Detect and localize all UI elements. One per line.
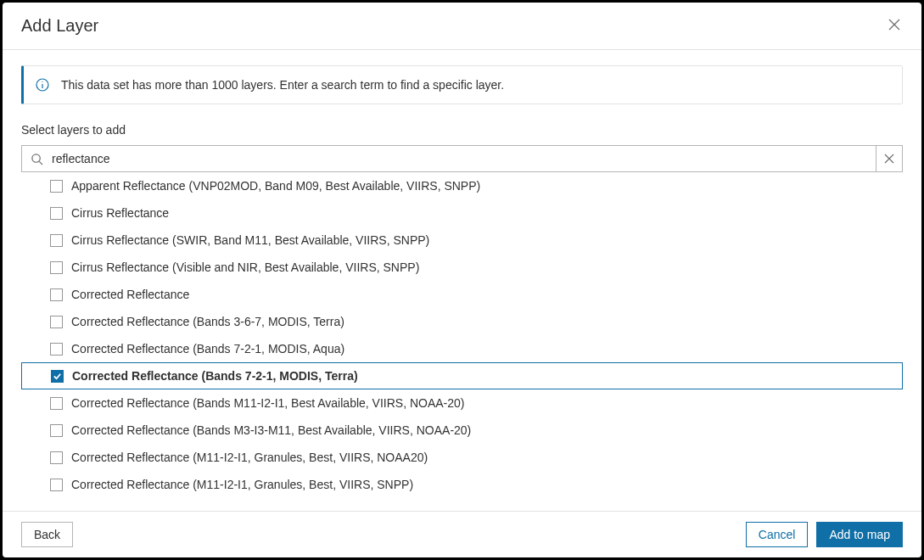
layer-checkbox[interactable]	[51, 370, 64, 383]
clear-search-button[interactable]	[876, 145, 903, 172]
svg-point-3	[32, 154, 40, 161]
layer-label: Corrected Reflectance (M11-I2-I1, Granul…	[71, 451, 428, 464]
back-button[interactable]: Back	[21, 522, 73, 547]
layer-checkbox[interactable]	[50, 316, 63, 328]
info-banner: This data set has more than 1000 layers.…	[21, 65, 903, 104]
layer-label: Corrected Reflectance (M11-I2-I1, Granul…	[71, 478, 413, 491]
layer-label: Cirrus Reflectance (Visible and NIR, Bes…	[71, 260, 419, 274]
layer-row[interactable]: Corrected Reflectance (Bands 7-2-1, MODI…	[21, 335, 903, 362]
layer-checkbox[interactable]	[50, 288, 63, 301]
layer-label: Corrected Reflectance (Bands M3-I3-M11, …	[71, 423, 471, 437]
select-layers-label: Select layers to add	[21, 123, 903, 137]
layer-checkbox[interactable]	[50, 343, 63, 356]
info-icon	[36, 78, 49, 92]
layer-row[interactable]: Apparent Reflectance (VNP02MOD, Band M09…	[21, 172, 903, 199]
clear-icon	[884, 154, 894, 164]
layer-label: Corrected Reflectance (Bands 7-2-1, MODI…	[72, 369, 358, 383]
layer-checkbox[interactable]	[50, 207, 63, 220]
layer-label: Cirrus Reflectance	[71, 206, 169, 220]
dialog-body: This data set has more than 1000 layers.…	[3, 50, 921, 511]
footer-right: Cancel Add to map	[746, 522, 903, 547]
dialog-footer: Back Cancel Add to map	[3, 511, 921, 557]
layer-checkbox[interactable]	[50, 424, 63, 437]
svg-point-2	[42, 81, 42, 82]
layer-label: Corrected Reflectance (Bands M11-I2-I1, …	[71, 396, 465, 410]
search-input[interactable]	[52, 152, 867, 165]
layer-row[interactable]: Corrected Reflectance (Bands 3-6-7, MODI…	[21, 308, 903, 335]
search-row	[21, 145, 903, 172]
search-icon	[31, 153, 43, 165]
layer-label: Corrected Reflectance (Bands 7-2-1, MODI…	[71, 342, 344, 356]
layer-row[interactable]: Corrected Reflectance (M11-I2-I1, Granul…	[21, 444, 903, 471]
dialog-header: Add Layer	[3, 3, 921, 50]
cancel-button[interactable]: Cancel	[746, 522, 809, 547]
layer-row[interactable]: Corrected Reflectance (Bands M11-I2-I1, …	[21, 389, 903, 417]
layer-label: Corrected Reflectance	[71, 288, 189, 301]
layer-checkbox[interactable]	[50, 234, 63, 247]
layer-row[interactable]: Corrected Reflectance (Bands 7-2-1, MODI…	[21, 362, 903, 389]
layer-checkbox[interactable]	[50, 479, 63, 491]
dialog-title: Add Layer	[21, 16, 98, 36]
layer-row[interactable]: Cirrus Reflectance (Visible and NIR, Bes…	[21, 254, 903, 281]
search-box[interactable]	[21, 145, 876, 172]
layer-row[interactable]: Corrected Reflectance (Bands M3-I3-M11, …	[21, 417, 903, 444]
layer-checkbox[interactable]	[50, 180, 63, 193]
add-to-map-button[interactable]: Add to map	[816, 522, 903, 547]
layer-row[interactable]: Cirrus Reflectance (SWIR, Band M11, Best…	[21, 227, 903, 254]
layer-checkbox[interactable]	[50, 451, 63, 464]
close-button[interactable]	[884, 14, 904, 37]
layer-label: Cirrus Reflectance (SWIR, Band M11, Best…	[71, 233, 429, 247]
layer-checkbox[interactable]	[50, 397, 63, 410]
info-text: This data set has more than 1000 layers.…	[61, 78, 504, 92]
layer-row[interactable]: Corrected Reflectance	[21, 281, 903, 308]
layer-label: Corrected Reflectance (Bands 3-6-7, MODI…	[71, 315, 344, 328]
layer-checkbox[interactable]	[50, 261, 63, 274]
layer-row[interactable]: Cirrus Reflectance	[21, 199, 903, 227]
add-layer-dialog: Add Layer This data set has more than 10…	[3, 3, 921, 557]
layer-label: Apparent Reflectance (VNP02MOD, Band M09…	[71, 179, 480, 193]
svg-line-4	[39, 161, 42, 165]
layer-row[interactable]: Corrected Reflectance (M11-I2-I1, Granul…	[21, 471, 903, 498]
layer-list[interactable]: Apparent Reflectance (VNP02MOD, Band M09…	[21, 172, 903, 511]
close-icon	[888, 18, 901, 31]
